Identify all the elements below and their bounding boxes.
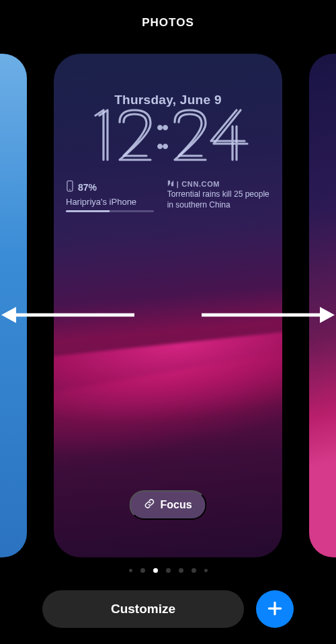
lockscreen-time bbox=[54, 106, 282, 169]
add-button[interactable] bbox=[256, 590, 294, 628]
lockscreen-widgets: 87% Haripriya's iPhone | CNN.COM Torrent… bbox=[66, 180, 270, 212]
page-dot bbox=[204, 569, 208, 572]
page-dot bbox=[129, 569, 132, 572]
apple-news-icon bbox=[167, 180, 174, 188]
page-dot bbox=[192, 568, 196, 573]
wallpaper-gallery-screen: PHOTOS Thursday, June 9 bbox=[0, 0, 336, 644]
page-dot bbox=[140, 568, 145, 573]
page-dot bbox=[166, 568, 171, 573]
plus-icon bbox=[266, 600, 284, 619]
page-dot bbox=[179, 568, 183, 573]
battery-widget[interactable]: 87% Haripriya's iPhone bbox=[66, 180, 154, 212]
page-indicator bbox=[0, 568, 336, 573]
focus-button[interactable]: Focus bbox=[129, 490, 206, 520]
battery-percent: 87% bbox=[78, 182, 97, 193]
wallpaper-preview-next[interactable] bbox=[309, 54, 336, 557]
news-widget[interactable]: | CNN.COM Torrential rains kill 25 peopl… bbox=[167, 180, 270, 212]
wallpaper-preview-prev[interactable] bbox=[0, 54, 27, 557]
svg-point-1 bbox=[69, 189, 71, 191]
phone-icon bbox=[66, 180, 74, 194]
bottom-bar: Customize bbox=[0, 590, 336, 628]
link-icon bbox=[144, 498, 155, 512]
header-title: PHOTOS bbox=[0, 16, 336, 30]
focus-label: Focus bbox=[160, 499, 192, 511]
page-dot bbox=[153, 568, 158, 573]
lockscreen-date: Thursday, June 9 bbox=[54, 93, 282, 107]
news-source-divider: | bbox=[177, 180, 179, 188]
news-headline: Torrential rains kill 25 people in south… bbox=[167, 189, 270, 210]
device-name: Haripriya's iPhone bbox=[66, 197, 154, 207]
battery-bar bbox=[66, 210, 154, 212]
wallpaper-preview-current[interactable]: Thursday, June 9 bbox=[54, 54, 282, 557]
news-source: CNN.COM bbox=[181, 180, 220, 188]
customize-button[interactable]: Customize bbox=[42, 590, 244, 628]
